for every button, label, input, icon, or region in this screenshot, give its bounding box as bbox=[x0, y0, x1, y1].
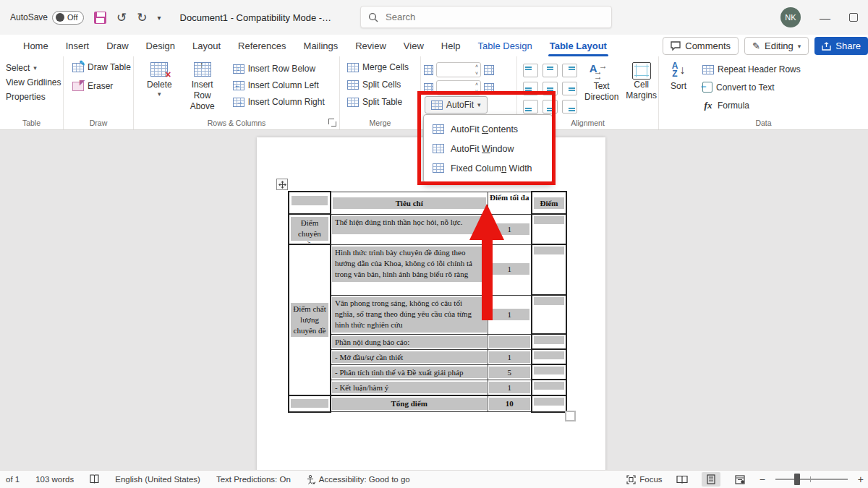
table-cell[interactable]: - Kết luận/hàm ý bbox=[331, 380, 488, 395]
table-cell[interactable] bbox=[532, 380, 566, 395]
table-resize-handle[interactable] bbox=[565, 411, 576, 421]
stepper-icons[interactable]: ˄˅ bbox=[475, 81, 478, 95]
tab-table-layout[interactable]: Table Layout bbox=[541, 37, 616, 55]
align-center-icon[interactable] bbox=[542, 82, 558, 95]
tab-view[interactable]: View bbox=[395, 37, 433, 55]
table-cell[interactable]: 1 bbox=[488, 349, 532, 364]
avatar[interactable]: NK bbox=[780, 7, 801, 27]
row-height-input[interactable] bbox=[440, 64, 472, 77]
table-cell[interactable]: Tiêu chí bbox=[331, 192, 488, 214]
tab-insert[interactable]: Insert bbox=[57, 37, 98, 55]
column-width-input[interactable] bbox=[440, 82, 472, 95]
table-cell[interactable]: Thể hiện đúng tinh thần học hỏi, nỗ lực. bbox=[331, 214, 488, 244]
convert-to-text-button[interactable]: Convert to Text bbox=[699, 80, 804, 94]
read-mode-button[interactable] bbox=[673, 472, 692, 487]
split-table-button[interactable]: Split Table bbox=[344, 95, 420, 108]
table-cell[interactable] bbox=[532, 349, 566, 364]
table-cell[interactable]: 1 bbox=[488, 244, 532, 295]
menu-item-autofit-window[interactable]: AutoFit Window bbox=[424, 139, 552, 158]
zoom-slider[interactable] bbox=[775, 479, 848, 480]
draw-table-button[interactable]: ✎ Draw Table bbox=[69, 61, 133, 74]
align-center-left-icon[interactable] bbox=[523, 82, 538, 95]
tab-mailings[interactable]: Mailings bbox=[295, 37, 347, 55]
text-predictions[interactable]: Text Predictions: On bbox=[216, 475, 291, 484]
table-cell[interactable] bbox=[532, 334, 566, 349]
proofing-book-icon[interactable] bbox=[90, 474, 99, 484]
properties-button[interactable]: Properties bbox=[0, 90, 63, 104]
tab-design[interactable]: Design bbox=[137, 37, 184, 55]
table-cell[interactable] bbox=[532, 295, 566, 334]
redo-icon[interactable]: ↻ bbox=[137, 10, 147, 25]
select-button[interactable]: Select ▾ bbox=[0, 61, 63, 75]
autofit-button[interactable]: AutoFit ▾ bbox=[425, 96, 488, 114]
align-bottom-left-icon[interactable] bbox=[523, 100, 538, 114]
accessibility-status[interactable]: Accessibility: Good to go bbox=[307, 475, 410, 484]
align-top-center-icon[interactable] bbox=[542, 64, 558, 77]
comments-button[interactable]: Comments bbox=[663, 37, 739, 55]
tab-draw[interactable]: Draw bbox=[98, 37, 137, 55]
view-gridlines-button[interactable]: View Gridlines bbox=[0, 75, 63, 90]
table-cell[interactable] bbox=[532, 364, 566, 380]
table-cell[interactable]: Hình thức trình bày chuyên đề đúng theo … bbox=[331, 244, 488, 295]
search-box[interactable] bbox=[360, 6, 612, 28]
formula-button[interactable]: fx Formula bbox=[699, 98, 804, 113]
stepper-icons[interactable]: ˄˅ bbox=[475, 63, 478, 77]
tab-help[interactable]: Help bbox=[433, 37, 469, 55]
tab-table-design[interactable]: Table Design bbox=[469, 37, 541, 55]
menu-item-autofit-contents[interactable]: AutoFit Contents bbox=[424, 119, 552, 139]
undo-icon[interactable]: ↺ bbox=[116, 10, 127, 25]
table-cell[interactable]: Điểm bbox=[532, 192, 566, 214]
table-cell[interactable]: Điểm chuyên cần bbox=[289, 214, 331, 244]
table-cell[interactable] bbox=[289, 395, 331, 412]
table-cell[interactable]: 10 bbox=[488, 395, 532, 412]
restore-button[interactable] bbox=[849, 13, 858, 22]
table-cell[interactable]: - Phân tích tình thế và Đề xuất giải phá… bbox=[331, 364, 488, 380]
table-cell[interactable]: - Mở đầu/sự cần thiết bbox=[331, 349, 488, 364]
table-cell[interactable]: Văn phong trong sáng, không có câu tối n… bbox=[331, 295, 488, 334]
document-page[interactable]: Tiêu chí Điểm tối đa Điểm Điểm chuyên cầ… bbox=[257, 137, 605, 470]
row-height-field[interactable]: ˄˅ bbox=[436, 62, 481, 77]
table-cell[interactable]: Tổng điểm bbox=[331, 395, 488, 412]
align-top-left-icon[interactable] bbox=[523, 64, 538, 77]
share-button[interactable]: Share bbox=[814, 37, 868, 55]
zoom-slider-handle[interactable] bbox=[794, 474, 800, 485]
insert-row-below-button[interactable]: ↓ Insert Row Below bbox=[230, 62, 328, 75]
repeat-header-rows-button[interactable]: Repeat Header Rows bbox=[699, 63, 804, 76]
tab-review[interactable]: Review bbox=[346, 37, 395, 55]
table-cell[interactable]: Điểm chất lượng chuyên đề bbox=[289, 244, 331, 395]
table-cell[interactable]: 1 bbox=[488, 295, 532, 334]
editing-button[interactable]: ✎ Editing ▾ bbox=[744, 37, 809, 55]
toolbar-overflow-icon[interactable]: ▾ bbox=[158, 14, 161, 22]
zoom-in-button[interactable]: + bbox=[858, 474, 864, 485]
menu-item-fixed-column-width[interactable]: Fixed Column Width bbox=[424, 158, 552, 178]
grading-table[interactable]: Tiêu chí Điểm tối đa Điểm Điểm chuyên cầ… bbox=[288, 191, 567, 413]
table-cell[interactable]: 1 bbox=[488, 380, 532, 395]
web-layout-button[interactable] bbox=[731, 472, 749, 487]
language-indicator[interactable]: English (United States) bbox=[115, 475, 200, 484]
table-cell[interactable]: Phần nội dung báo cáo: bbox=[331, 334, 488, 349]
table-cell[interactable] bbox=[532, 244, 566, 295]
table-cell[interactable]: Điểm tối đa bbox=[488, 192, 532, 214]
insert-column-right-button[interactable]: → Insert Column Right bbox=[230, 95, 328, 108]
table-cell[interactable]: 1 bbox=[488, 214, 532, 244]
table-cell[interactable] bbox=[532, 395, 566, 412]
tab-references[interactable]: References bbox=[229, 37, 294, 55]
tab-home[interactable]: Home bbox=[14, 37, 57, 55]
table-cell[interactable] bbox=[289, 192, 331, 214]
align-top-right-icon[interactable] bbox=[562, 64, 577, 77]
align-bottom-right-icon[interactable] bbox=[562, 100, 577, 114]
insert-column-left-button[interactable]: ← Insert Column Left bbox=[230, 79, 328, 92]
focus-button[interactable]: Focus bbox=[626, 475, 662, 484]
table-cell[interactable] bbox=[488, 334, 532, 349]
search-input[interactable] bbox=[384, 11, 587, 23]
print-layout-button[interactable] bbox=[702, 472, 720, 487]
eraser-button[interactable]: ◤ Eraser bbox=[69, 80, 133, 93]
minimize-button[interactable]: — bbox=[820, 12, 830, 24]
page-indicator[interactable]: of 1 bbox=[6, 475, 20, 484]
zoom-out-button[interactable]: − bbox=[760, 474, 765, 485]
align-bottom-center-icon[interactable] bbox=[542, 100, 558, 114]
save-icon[interactable] bbox=[94, 12, 106, 24]
autosave-toggle[interactable]: Off bbox=[52, 11, 84, 25]
table-cell[interactable] bbox=[532, 214, 566, 244]
merge-cells-button[interactable]: Merge Cells bbox=[344, 61, 420, 74]
